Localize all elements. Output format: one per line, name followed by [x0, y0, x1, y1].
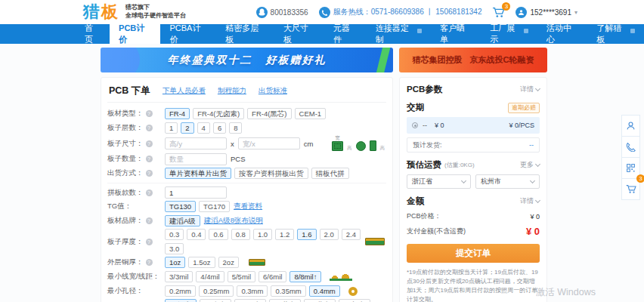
board-vertical-icon [370, 140, 376, 151]
submit-order-button[interactable]: 提交订单 [407, 244, 540, 263]
freight-more-toggle[interactable]: 更多 [520, 160, 540, 170]
qq-contact[interactable]: 800183356 [256, 7, 308, 18]
brand-doc-link[interactable]: 建滔A级8张布说明 [204, 216, 263, 226]
hole-option[interactable]: 0.35mm [271, 285, 305, 297]
board-height-input[interactable] [165, 137, 227, 149]
site-logo[interactable]: 猎 板 [83, 4, 118, 20]
info-icon[interactable]: ? [146, 259, 153, 266]
tg-doc-link[interactable]: 查看资料 [234, 202, 262, 211]
nav-item[interactable]: 活动中心 [537, 24, 587, 44]
info-icon[interactable]: ? [146, 110, 153, 117]
hole-option[interactable]: 0.2mm [165, 285, 196, 297]
hole-option[interactable]: 0.25mm [199, 285, 234, 297]
info-icon[interactable]: ? [146, 156, 153, 162]
nav-item[interactable]: 大尺寸板 [274, 24, 324, 44]
material-option[interactable]: FR-4(无卤素) [193, 108, 244, 119]
shipping-mode-option[interactable]: 单片资料单片出货 [165, 168, 231, 179]
solder-color-option[interactable]: 黑色 [234, 299, 266, 302]
material-option[interactable]: FR-4 [165, 108, 190, 119]
shipping-mode-option[interactable]: 猎板代拼 [311, 168, 349, 179]
cart-badge: 3 [502, 2, 510, 11]
qrcode-icon [626, 163, 636, 173]
layer-option[interactable]: 4 [197, 122, 210, 134]
phone-contact-button[interactable] [621, 136, 640, 158]
solder-color-option[interactable]: 白色 [200, 299, 231, 302]
layer-option[interactable]: 1 [165, 122, 178, 134]
tg-option[interactable]: TG130 [165, 201, 196, 212]
customer-service-button[interactable] [621, 115, 640, 137]
layer-option[interactable]: 2 [181, 122, 194, 134]
trace-option[interactable]: 3/3mil [165, 271, 193, 282]
info-icon[interactable]: ? [146, 239, 153, 245]
row-panel-count: 拼板款数：? [107, 183, 386, 199]
solder-color-option[interactable]: 黄色 [304, 299, 336, 302]
info-icon[interactable]: ? [146, 190, 153, 196]
row-tg: TG值： TG130TG170 查看资料 [107, 200, 386, 213]
copper-option[interactable]: 1oz [165, 257, 185, 268]
province-select[interactable]: 浙江省 [407, 174, 471, 189]
thickness-option[interactable]: 3.0 [165, 243, 184, 254]
nav-item[interactable]: 工厂展示 [481, 24, 537, 44]
copper-option[interactable]: 1.5oz [188, 257, 215, 268]
trace-option[interactable]: 8/8mil↑ [289, 271, 321, 282]
trace-option[interactable]: 5/5mil [228, 271, 255, 282]
user-menu[interactable]: 152****3691 ▾ [516, 7, 577, 18]
promo-banner-double12[interactable]: 年终盛典双十二 好板赠好礼 [101, 48, 393, 72]
chevron-down-icon [530, 178, 535, 183]
header-cart-button[interactable]: 3 [492, 7, 505, 18]
city-select[interactable]: 杭州市 [475, 174, 540, 189]
panel-count-input[interactable] [165, 186, 227, 199]
thickness-option[interactable]: 2.4 [342, 229, 361, 240]
nav-item[interactable]: 首页 [76, 24, 110, 44]
info-icon[interactable]: ? [146, 140, 153, 147]
layer-option[interactable]: 6 [213, 122, 226, 134]
nav-badge-icon [630, 29, 635, 33]
brand-option[interactable]: 建滔A级 [165, 215, 200, 226]
shipping-mode-option[interactable]: 按客户资料拼板出货 [234, 168, 308, 179]
thickness-option[interactable]: 1.2 [275, 229, 294, 240]
info-icon[interactable]: ? [146, 217, 153, 224]
thickness-option[interactable]: 0.4 [187, 229, 206, 240]
info-icon[interactable]: ? [146, 125, 153, 131]
thickness-option[interactable]: 0.6 [209, 229, 228, 240]
amount-detail-toggle[interactable]: 详情 [520, 196, 540, 206]
thickness-option[interactable]: 0.3 [165, 229, 184, 240]
nav-item[interactable]: 客户晒单 [431, 24, 481, 44]
material-option[interactable]: CEM-1 [295, 108, 327, 119]
amount-title: 金额 [407, 196, 424, 207]
thickness-option[interactable]: 1.0 [253, 229, 272, 240]
trace-option[interactable]: 4/4mil [196, 271, 224, 282]
hole-option[interactable]: 0.3mm [237, 285, 268, 297]
thickness-option[interactable]: 2.0 [320, 229, 339, 240]
nav-item[interactable]: 连接器定制 [367, 24, 431, 44]
chevron-down-icon: ▾ [574, 9, 577, 16]
nav-item[interactable]: PCBA计价 [160, 24, 216, 44]
thickness-option[interactable]: 1.6 [297, 229, 316, 240]
solder-color-option[interactable]: 红色 [339, 299, 370, 302]
delivery-option-row[interactable]: -- ¥ 0 ¥ 0/PCS [407, 117, 540, 134]
solder-color-option[interactable]: 绿色 [165, 299, 197, 302]
pay-amount-line: 支付金额(不含运费) ¥ 0 [407, 226, 540, 237]
doc-link[interactable]: 制程能力 [218, 86, 246, 96]
nav-item[interactable]: 元器件 [324, 24, 367, 44]
params-detail-toggle[interactable]: 详情 [520, 85, 540, 94]
doc-link[interactable]: 下单人员必看 [163, 86, 206, 96]
promo-banner-funding[interactable]: 猎芯集团控股 京东战投C轮融资 [399, 48, 547, 72]
hole-option[interactable]: 0.4mm [309, 285, 340, 297]
copper-option[interactable]: 2oz [218, 257, 239, 268]
doc-link[interactable]: 出货标准 [259, 86, 287, 96]
layer-option[interactable]: 8 [229, 122, 242, 134]
trace-illustration [330, 273, 352, 281]
material-option[interactable]: FR-4(黑芯) [247, 108, 291, 119]
board-width-input[interactable] [238, 137, 300, 149]
tg-option[interactable]: TG170 [199, 201, 230, 212]
solder-color-option[interactable]: 蓝色 [269, 299, 301, 302]
nav-item[interactable]: PCB计价 [110, 24, 160, 44]
thickness-option[interactable]: 0.8 [231, 229, 250, 240]
nav-item[interactable]: 了解猎板 [587, 24, 644, 44]
info-icon[interactable]: ? [146, 170, 153, 177]
cart-float-button[interactable]: 3 [621, 178, 640, 200]
trace-option[interactable]: 6/6mil [259, 271, 286, 282]
nav-item[interactable]: 精密多层板 [216, 24, 274, 44]
quantity-input[interactable] [165, 153, 227, 165]
